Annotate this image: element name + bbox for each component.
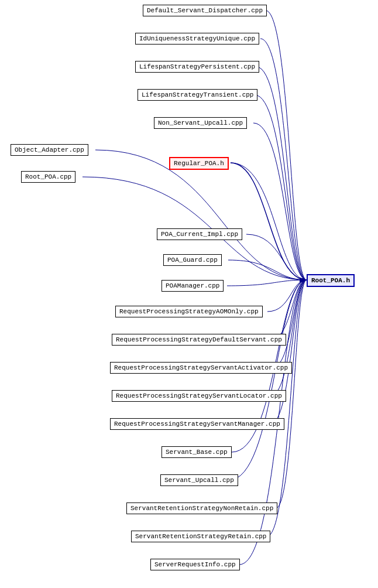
node-rps_default_servant: RequestProcessingStrategyDefaultServant.… <box>112 334 286 346</box>
node-poa_current_impl: POA_Current_Impl.cpp <box>157 228 242 240</box>
node-object_adapter: Object_Adapter.cpp <box>11 144 88 156</box>
node-poa_manager: POAManager.cpp <box>161 280 224 292</box>
node-rps_servant_locator: RequestProcessingStrategyServantLocator.… <box>112 390 286 402</box>
node-root-poa-h-target: Root_POA.h <box>307 274 355 287</box>
node-rps_aom_only: RequestProcessingStrategyAOMOnly.cpp <box>115 306 263 317</box>
node-server_request_info: ServerRequestInfo.cpp <box>150 559 240 570</box>
node-lifespan_strategy_persistent: LifespanStrategyPersistent.cpp <box>135 61 259 73</box>
node-default_servant_dispatcher: Default_Servant_Dispatcher.cpp <box>143 5 267 16</box>
node-regular_poa: Regular_POA.h <box>169 157 229 170</box>
dependency-diagram: Default_Servant_Dispatcher.cppIdUniquene… <box>0 0 378 588</box>
node-servant_base: Servant_Base.cpp <box>161 446 232 458</box>
node-servant_retention_retain: ServantRetentionStrategyRetain.cpp <box>131 531 270 542</box>
node-poa_guard: POA_Guard.cpp <box>163 254 222 266</box>
node-rps_servant_activator: RequestProcessingStrategyServantActivato… <box>110 362 292 374</box>
arrows-svg <box>0 0 378 588</box>
node-rps_servant_manager: RequestProcessingStrategyServantManager.… <box>110 418 284 430</box>
node-lifespan_strategy_transient: LifespanStrategyTransient.cpp <box>138 89 257 101</box>
node-root_poa_cpp: Root_POA.cpp <box>21 171 75 183</box>
node-non_servant_upcall: Non_Servant_Upcall.cpp <box>154 117 247 129</box>
node-id_uniqueness_strategy_unique: IdUniquenessStrategyUnique.cpp <box>135 33 259 45</box>
node-servant_upcall: Servant_Upcall.cpp <box>160 474 238 486</box>
node-servant_retention_non_retain: ServantRetentionStrategyNonRetain.cpp <box>126 502 277 514</box>
